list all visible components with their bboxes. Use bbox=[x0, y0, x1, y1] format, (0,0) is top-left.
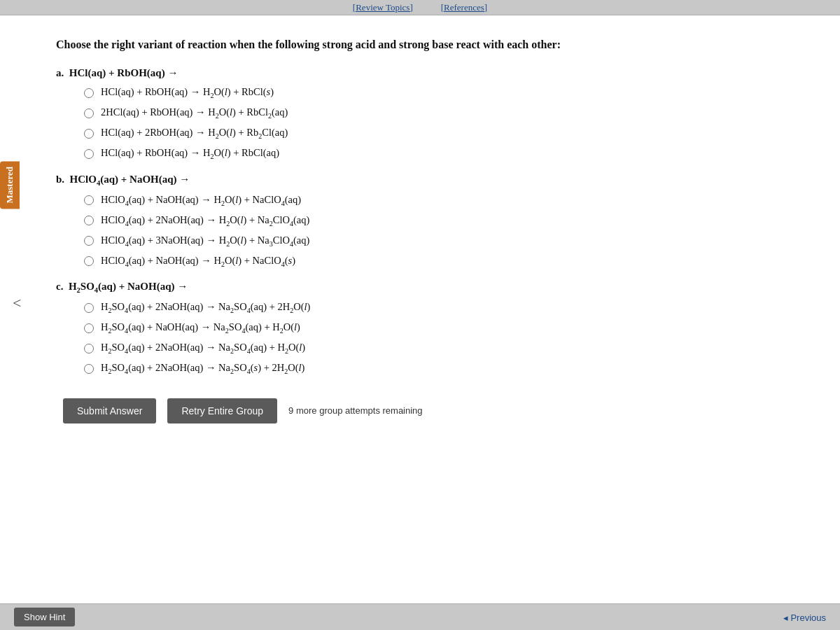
top-bar: [Review Topics] [References] bbox=[0, 0, 840, 15]
part-b-radio-1[interactable] bbox=[84, 195, 94, 205]
mastered-tab[interactable]: Mastered bbox=[0, 161, 20, 209]
part-c-radio-1[interactable] bbox=[84, 303, 94, 313]
part-b-option-2[interactable]: HClO4(aq) + 2NaOH(aq) → H2O(l) + Na2ClO4… bbox=[84, 213, 798, 229]
part-a-option-3[interactable]: HCl(aq) + 2RbOH(aq) → H2O(l) + Rb2Cl(aq) bbox=[84, 125, 798, 141]
part-c-option-3[interactable]: H2SO4(aq) + 2NaOH(aq) → Na2SO4(aq) + H2O… bbox=[84, 340, 798, 356]
part-b-radio-3[interactable] bbox=[84, 236, 94, 246]
part-c-option-1[interactable]: H2SO4(aq) + 2NaOH(aq) → Na2SO4(aq) + 2H2… bbox=[84, 300, 798, 316]
part-a-option-2[interactable]: 2HCl(aq) + RbOH(aq) → H2O(l) + RbCl2(aq) bbox=[84, 105, 798, 121]
question-title: Choose the right variant of reaction whe… bbox=[56, 36, 798, 53]
part-a-radio-2[interactable] bbox=[84, 108, 94, 118]
review-topics-link[interactable]: [Review Topics] bbox=[353, 2, 413, 13]
retry-button[interactable]: Retry Entire Group bbox=[167, 398, 277, 424]
main-content: Choose the right variant of reaction whe… bbox=[0, 15, 840, 617]
part-c-option-2[interactable]: H2SO4(aq) + NaOH(aq) → Na2SO4(aq) + H2O(… bbox=[84, 320, 798, 336]
attempts-text: 9 more group attempts remaining bbox=[288, 405, 422, 416]
part-b-option-1[interactable]: HClO4(aq) + NaOH(aq) → H2O(l) + NaClO4(a… bbox=[84, 192, 798, 209]
part-c-option-4[interactable]: H2SO4(aq) + 2NaOH(aq) → Na2SO4(s) + 2H2O… bbox=[84, 360, 798, 377]
part-a-label: a. HCl(aq) + RbOH(aq) → bbox=[56, 67, 798, 79]
part-c-radio-3[interactable] bbox=[84, 344, 94, 354]
part-b-option-3[interactable]: HClO4(aq) + 3NaOH(aq) → H2O(l) + Na3ClO4… bbox=[84, 233, 798, 249]
part-a-radio-3[interactable] bbox=[84, 129, 94, 139]
part-a-radio-1[interactable] bbox=[84, 88, 94, 98]
part-b-radio-4[interactable] bbox=[84, 256, 94, 266]
part-a-option-1[interactable]: HCl(aq) + RbOH(aq) → H2O(l) + RbCl(s) bbox=[84, 85, 798, 101]
part-c-label: c. H2SO4(aq) + NaOH(aq) → bbox=[56, 281, 798, 294]
buttons-area: Submit Answer Retry Entire Group 9 more … bbox=[63, 398, 798, 424]
part-a-option-4[interactable]: HCl(aq) + RbOH(aq) → H2O(l) + RbCl(aq) bbox=[84, 146, 798, 162]
part-c-radio-4[interactable] bbox=[84, 364, 94, 374]
part-b-option-4[interactable]: HClO4(aq) + NaOH(aq) → H2O(l) + NaClO4(s… bbox=[84, 253, 798, 270]
nav-arrow-left[interactable]: < bbox=[13, 294, 21, 312]
bottom-bar: Show Hint ◂ Previous bbox=[0, 603, 840, 630]
part-c-radio-2[interactable] bbox=[84, 323, 94, 333]
show-hint-button[interactable]: Show Hint bbox=[14, 608, 75, 626]
part-b-label: b. HClO4(aq) + NaOH(aq) → bbox=[56, 174, 798, 187]
part-a-radio-4[interactable] bbox=[84, 149, 94, 159]
part-b-radio-2[interactable] bbox=[84, 216, 94, 225]
references-link[interactable]: [References] bbox=[441, 2, 487, 13]
part-c-options: H2SO4(aq) + 2NaOH(aq) → Na2SO4(aq) + 2H2… bbox=[84, 300, 798, 377]
part-b-options: HClO4(aq) + NaOH(aq) → H2O(l) + NaClO4(a… bbox=[84, 192, 798, 270]
part-a-options: HCl(aq) + RbOH(aq) → H2O(l) + RbCl(s) 2H… bbox=[84, 85, 798, 162]
submit-button[interactable]: Submit Answer bbox=[63, 398, 156, 424]
previous-link[interactable]: ◂ Previous bbox=[783, 612, 826, 623]
